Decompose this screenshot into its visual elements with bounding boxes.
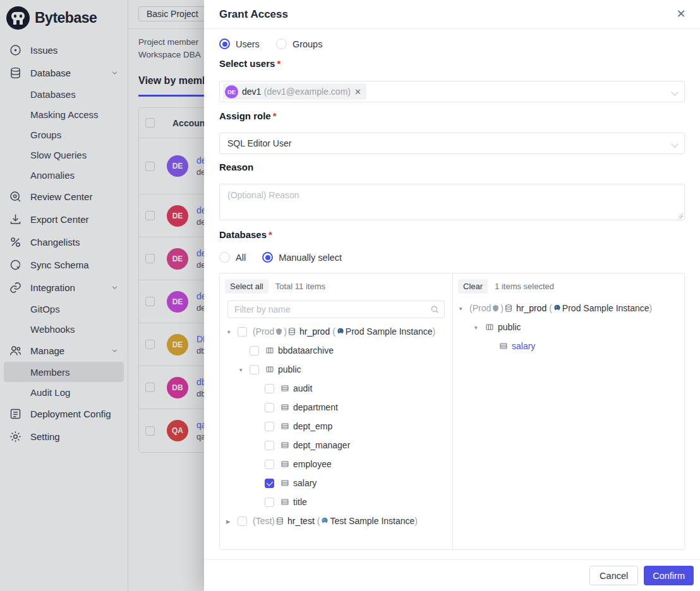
clear-button[interactable]: Clear [458,279,488,294]
user-chip: DE dev1 (dev1@example.com) [223,83,366,100]
total-items-text: Total 11 items [275,282,325,291]
table-icon [281,460,289,469]
assign-role-label: Assign role* [219,110,685,121]
remove-user-icon[interactable] [354,87,361,97]
chevron-down-icon [671,140,678,147]
picker-selected-panel: Clear 1 items selected (Prod ) hr_prod (… [453,273,684,549]
tree-checkbox[interactable] [250,365,259,374]
avatar: DE [225,85,238,98]
tree-row-hr-test[interactable]: (Test) hr_test ( Test Sample Instance ) [220,511,452,530]
required-asterisk: * [273,110,277,121]
table-icon [281,403,289,412]
table-icon [499,342,508,350]
tree-expand-icon[interactable] [238,366,250,373]
postgres-icon [553,304,562,313]
table-icon [281,441,289,450]
reason-textarea[interactable]: (Optional) Reason [219,184,685,220]
schema-icon [265,346,274,355]
tree-checkbox[interactable] [238,327,247,337]
tree-row-department[interactable]: department [220,398,452,417]
tree-checkbox[interactable] [250,346,259,355]
selected-count-text: 1 items selected [495,282,554,291]
tree-checkbox[interactable] [265,498,274,507]
tree-row-salary[interactable]: salary [220,474,452,492]
tree-expand-icon[interactable] [458,305,469,312]
resize-handle[interactable] [677,213,683,218]
tree-checkbox-checked[interactable] [265,479,274,488]
all-databases-radio[interactable] [219,252,230,263]
close-icon[interactable] [672,5,690,23]
tree-row-dept-emp[interactable]: dept_emp [220,417,452,436]
tree-row-bbdataarchive[interactable]: bbdataarchive [220,341,452,360]
schema-icon [265,365,274,374]
chip-user-email: (dev1@example.com) [264,87,351,97]
users-radio[interactable] [219,39,230,49]
confirm-button[interactable]: Confirm [644,566,694,585]
select-all-button[interactable]: Select all [225,279,269,294]
member-type-radio-group: Users Groups [219,36,685,52]
database-icon [287,327,296,336]
required-asterisk: * [269,229,272,240]
groups-radio-label[interactable]: Groups [293,39,323,49]
database-picker: Select all Total 11 items (Prod ) [219,273,685,550]
schema-icon [485,323,494,331]
table-icon [281,384,289,393]
required-asterisk: * [277,58,281,69]
table-icon [281,422,289,431]
tree-expand-icon[interactable] [226,328,238,335]
manually-select-radio-label[interactable]: Manually select [279,253,342,263]
filter-field [227,301,445,318]
search-icon [430,305,439,314]
grant-access-modal: Grant Access Users Groups Select users* … [204,0,700,591]
modal-footer: Cancel Confirm [204,559,700,591]
postgres-icon [336,327,345,336]
filter-input[interactable] [227,301,445,318]
manually-select-radio[interactable] [262,252,273,263]
shield-icon [492,304,500,313]
tree-checkbox[interactable] [265,441,274,450]
tree-checkbox[interactable] [265,460,274,469]
tree-row-title[interactable]: title [220,492,452,511]
tree-row-dept-manager[interactable]: dept_manager [220,436,452,455]
table-icon [281,479,289,487]
picker-source-panel: Select all Total 11 items (Prod ) [220,273,453,549]
tree-expand-icon[interactable] [473,324,485,331]
database-icon [275,516,284,525]
tree-checkbox[interactable] [265,422,274,431]
chevron-down-icon [671,88,678,95]
tree-row-hr-prod[interactable]: (Prod ) hr_prod ( Prod Sample Instance ) [220,322,452,341]
tree-checkbox[interactable] [265,403,274,412]
cancel-button[interactable]: Cancel [589,566,638,585]
tree-row-public[interactable]: public [220,360,452,379]
table-icon [281,498,289,506]
chip-user-name: dev1 [242,87,261,97]
selected-row-public[interactable]: public [453,318,684,337]
assign-role-value: SQL Editor User [227,138,291,148]
modal-header: Grant Access [204,0,700,29]
postgres-icon [320,516,329,525]
modal-body: Users Groups Select users* DE dev1 (dev1… [204,29,700,550]
database-icon [504,304,513,313]
reason-placeholder: (Optional) Reason [227,190,299,200]
selected-row-hr-prod[interactable]: (Prod ) hr_prod ( Prod Sample Instance ) [453,299,684,318]
all-databases-radio-label[interactable]: All [236,253,246,263]
selected-table-name: salary [512,341,535,351]
groups-radio[interactable] [276,39,287,49]
tree-row-audit[interactable]: audit [220,379,452,398]
tree-checkbox[interactable] [265,384,274,393]
selected-row-salary[interactable]: salary [453,337,684,355]
users-radio-label[interactable]: Users [236,39,260,49]
tree-collapse-icon[interactable] [226,518,238,525]
reason-label: Reason [219,162,685,172]
databases-scope-radio-group: All Manually select [219,249,685,265]
app: Bytebase Issues Database Databases Maski… [0,0,700,591]
shield-icon [275,328,283,336]
select-users-input[interactable]: DE dev1 (dev1@example.com) [219,81,685,102]
tree-checkbox[interactable] [238,516,247,526]
select-users-label: Select users* [219,58,685,69]
tree-row-employee[interactable]: employee [220,455,452,474]
modal-title: Grant Access [219,8,288,21]
assign-role-select[interactable]: SQL Editor User [219,133,685,154]
databases-label: Databases* [219,229,685,240]
